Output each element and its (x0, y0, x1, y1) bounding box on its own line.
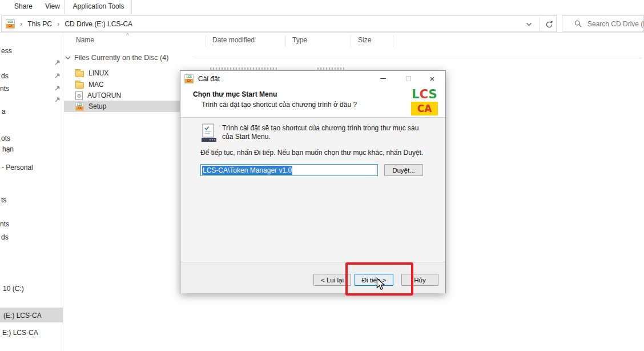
column-header-name[interactable]: Name (76, 36, 94, 44)
setup-icon-bottom-text: CA (76, 106, 83, 110)
sidebar-item[interactable]: 10 (C:) (3, 285, 24, 293)
sort-ascending-icon: ^ (126, 33, 129, 39)
close-button[interactable]: × (421, 71, 443, 86)
search-icon (574, 20, 582, 27)
address-bar-divider (539, 18, 540, 31)
pin-icon (54, 97, 61, 103)
sidebar-item[interactable]: - Personal (2, 163, 33, 171)
sidebar-item[interactable]: ots (1, 134, 10, 142)
file-row-setup[interactable]: LCS CA Setup (64, 101, 180, 112)
ribbon-tab-bar: Share View Application Tools (0, 0, 644, 14)
dialog-icon-top-text: LCS (185, 75, 193, 79)
column-separator[interactable] (285, 35, 286, 47)
logo-lcs-text: LCS (411, 87, 438, 101)
sidebar-item[interactable]: ts (1, 196, 6, 204)
search-input[interactable]: Search CD Drive (E:) L (587, 20, 644, 28)
occluded-type-text (317, 67, 346, 70)
column-separator[interactable] (206, 35, 206, 47)
contextual-tab-box: Application Tools (64, 0, 132, 14)
occluded-date-text (210, 67, 279, 70)
setup-information-icon: ⚙ (75, 91, 83, 100)
browse-button[interactable]: Duyệt... (384, 164, 423, 176)
tab-share[interactable]: Share (14, 2, 33, 10)
sidebar-item[interactable]: ess (1, 47, 12, 55)
sidebar-divider (63, 33, 63, 351)
sidebar-item[interactable]: nts (0, 85, 9, 93)
column-header-type[interactable]: Type (292, 36, 307, 44)
dialog-heading: Chọn thư mục Start Menu (193, 90, 277, 98)
maximize-icon (406, 76, 411, 81)
dialog-header: Chọn thư mục Start Menu Trình cài đặt tạ… (180, 86, 445, 118)
file-name: AUTORUN (87, 91, 121, 99)
lcs-ca-logo: LCS CA (411, 87, 438, 115)
start-menu-folder-input[interactable]: LCS-CA\Token Manager v1.0 (200, 164, 378, 176)
dialog-body-paragraph: Trình cài đặt sẽ tạo shortcut của chương… (222, 124, 423, 141)
start-menu-shortcut-icon (201, 123, 217, 143)
file-name: Setup (88, 102, 106, 110)
sidebar-item[interactable]: hạn (2, 145, 14, 153)
address-bar[interactable]: LCS CA › This PC › CD Drive (E:) LCS-CA (1, 15, 557, 32)
breadcrumb-separator-icon: › (20, 19, 22, 28)
column-separator[interactable] (393, 35, 393, 47)
column-header-date-modified[interactable]: Date modified (212, 36, 255, 44)
file-row-mac[interactable]: MAC (64, 79, 180, 90)
column-separator[interactable] (351, 35, 351, 47)
installer-dialog: LCS CA Cài đặt × Chọn thư mục Start Menu… (180, 70, 446, 293)
pin-icon (54, 59, 61, 66)
minimize-icon (380, 78, 386, 79)
tab-view[interactable]: View (45, 2, 60, 10)
toolbar: LCS CA › This PC › CD Drive (E:) LCS-CA (0, 15, 644, 33)
breadcrumb-this-pc[interactable]: This PC (27, 20, 52, 28)
file-name: MAC (88, 81, 104, 89)
sidebar-item[interactable]: a (2, 107, 6, 115)
pin-icon (54, 73, 61, 79)
dialog-subheading: Trình cài đặt tạo shortcut của chương tr… (202, 101, 357, 109)
breadcrumb-cd-drive[interactable]: CD Drive (E:) LCS-CA (65, 20, 132, 28)
file-row-linux[interactable]: LINUX (64, 67, 180, 79)
input-selected-text: LCS-CA\Token Manager v1.0 (202, 166, 292, 175)
screen: Share View Application Tools LCS CA › Th… (0, 0, 644, 351)
drive-lcs-ca-icon: LCS CA (6, 19, 15, 29)
search-box[interactable]: Search CD Drive (E:) L (562, 15, 644, 32)
group-collapse-icon[interactable] (65, 55, 71, 61)
sidebar-item[interactable]: E:) LCS-CA (2, 329, 38, 337)
sidebar-item[interactable]: nts (0, 220, 9, 228)
pin-icon (54, 85, 61, 91)
minimize-button[interactable] (372, 71, 394, 86)
drive-icon-bottom-text: CA (6, 24, 14, 28)
maximize-button (397, 71, 419, 86)
column-header-size[interactable]: Size (358, 36, 371, 44)
file-group-header[interactable]: Files Currently on the Disc (4) (65, 54, 168, 62)
folder-icon (75, 82, 84, 89)
dialog-icon-bottom-text: CA (185, 79, 193, 83)
drive-icon-top-text: LCS (6, 20, 14, 24)
sidebar-item[interactable]: ds (1, 233, 9, 241)
tab-application-tools[interactable]: Application Tools (65, 2, 132, 10)
lcs-ca-setup-icon: LCS CA (75, 102, 84, 111)
group-header-label: Files Currently on the Disc (4) (74, 54, 168, 62)
dialog-title: Cài đặt (198, 75, 220, 83)
refresh-icon[interactable] (541, 17, 558, 31)
chevron-down-icon[interactable] (526, 21, 532, 29)
breadcrumb-separator-icon: › (57, 19, 59, 28)
dialog-lcs-ca-icon: LCS CA (184, 74, 194, 83)
mouse-cursor-icon (376, 278, 385, 292)
sidebar-item-cd-drive-selected[interactable]: (E:) LCS-CA (3, 312, 42, 320)
group-header-line (193, 58, 642, 58)
file-row-autorun[interactable]: ⚙ AUTORUN (64, 90, 180, 101)
dialog-instruction: Để tiếp tục, nhấn Đi tiếp. Nếu bạn muốn … (200, 149, 423, 157)
file-name: LINUX (88, 69, 108, 77)
sidebar-item[interactable]: ds (1, 72, 9, 80)
logo-ca-text: CA (411, 102, 438, 115)
folder-icon (75, 71, 84, 77)
close-icon: × (430, 74, 435, 83)
